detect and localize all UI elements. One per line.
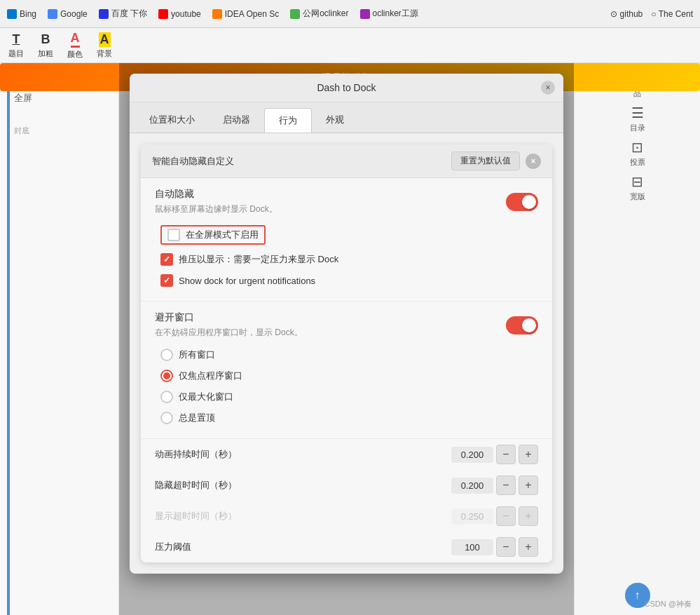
all-windows-radio-label: 所有窗口 xyxy=(179,349,215,361)
tab-position[interactable]: 位置和大小 xyxy=(135,108,209,133)
github-icon: ⊙ xyxy=(610,9,617,19)
hide-timeout-label: 隐藏超时时间（秒） xyxy=(155,479,237,492)
tab-public[interactable]: 公网oclinker xyxy=(290,8,348,20)
tab-behavior[interactable]: 行为 xyxy=(264,108,312,133)
color-icon: A xyxy=(71,31,80,48)
toc-icon: ☰ xyxy=(631,104,644,121)
youtube-favicon xyxy=(158,9,168,19)
toolbar-color-btn[interactable]: A 颜色 xyxy=(67,31,83,60)
animation-duration-row: 动画持续时间（秒） 0.200 − + xyxy=(141,439,552,470)
tab-github-label: github xyxy=(620,9,643,19)
heading-icon: T xyxy=(13,32,20,47)
toolbar-bg-btn[interactable]: A 背景 xyxy=(97,32,112,59)
tab-thecent-label: The Cent xyxy=(659,9,693,19)
avoid-toggle-knob xyxy=(522,318,536,332)
tab-google-label: Google xyxy=(60,9,88,19)
tab-idea[interactable]: IDEA Open Sc xyxy=(212,9,279,19)
tab-baidu-label: 百度 下你 xyxy=(111,8,147,20)
focused-radio-row: 仅焦点程序窗口 xyxy=(160,365,538,386)
auto-hide-desc: 鼠标移至屏幕边缘时显示 Dock。 xyxy=(155,203,277,215)
tab-bing[interactable]: Bing xyxy=(7,9,36,19)
urgent-checkbox[interactable] xyxy=(160,274,173,287)
avoid-windows-toggle[interactable] xyxy=(506,316,538,334)
scroll-top-icon: ↑ xyxy=(635,589,640,602)
pressure-checkbox[interactable] xyxy=(160,253,173,266)
urgent-checkbox-label: Show dock for urgent notifications xyxy=(179,276,315,286)
tab-oclinker[interactable]: oclinker工源 xyxy=(360,8,418,20)
all-windows-radio[interactable] xyxy=(160,349,173,361)
pressure-checkbox-row: 推压以显示：需要一定压力来显示 Dock xyxy=(160,249,538,270)
tab-appearance[interactable]: 外观 xyxy=(312,108,358,133)
left-sidebar: 202 全屏 封底 xyxy=(0,63,119,615)
csdn-footer: CSDN @神奏 xyxy=(645,599,692,609)
fullscreen-checkbox-label: 在全屏模式下启用 xyxy=(186,229,259,241)
tab-thecent[interactable]: ○ The Cent xyxy=(651,9,693,19)
tab-idea-label: IDEA Open Sc xyxy=(225,9,279,19)
fullscreen-checkbox[interactable] xyxy=(167,229,180,241)
tab-launcher[interactable]: 启动器 xyxy=(209,108,264,133)
main-area: 202 全屏 封底 Dash to Dock × 位置和大小 xyxy=(0,63,700,615)
tab-oclinker-label: oclinker工源 xyxy=(373,8,418,20)
animation-duration-value: 0.200 xyxy=(451,447,493,463)
urgent-checkbox-row: Show dock for urgent notifications xyxy=(160,270,538,291)
avoid-windows-section: 避开窗口 在不妨碍应用程序窗口时，显示 Dock。 所有窗口 xyxy=(141,302,552,439)
always-top-radio-label: 总是置顶 xyxy=(179,412,215,424)
toolbar-heading-btn[interactable]: T 题目 xyxy=(8,32,24,59)
always-top-radio[interactable] xyxy=(160,412,173,424)
pressure-threshold-control: 100 − + xyxy=(451,537,538,557)
fullscreen-checkbox-row: 在全屏模式下启用 xyxy=(160,221,538,249)
blue-line-decoration xyxy=(7,63,10,615)
auto-hide-toggle[interactable] xyxy=(506,193,538,211)
pressure-threshold-decrement[interactable]: − xyxy=(496,537,516,557)
tab-google[interactable]: Google xyxy=(48,9,88,19)
focused-radio[interactable] xyxy=(160,370,173,382)
hide-timeout-decrement[interactable]: − xyxy=(496,475,516,495)
tab-youtube-label: youtube xyxy=(171,9,201,19)
show-timeout-value: 0.250 xyxy=(451,508,493,525)
number-controls-section: 动画持续时间（秒） 0.200 − + 隐藏超时时间（秒） 0.200 − xyxy=(141,439,552,562)
tab-public-label: 公网oclinker xyxy=(303,8,348,20)
center-content: Dash to Dock × 位置和大小 启动器 行为 外观 xyxy=(119,63,574,615)
sidebar-item-toc[interactable]: ☰ 目录 xyxy=(630,104,645,133)
right-sidebar: 遇 呈祥 邀您一 ⊞ 品 ☰ 目录 ⊡ 投票 ⊟ 宽版 ↑ xyxy=(574,63,700,615)
maximized-radio[interactable] xyxy=(160,391,173,403)
pressure-threshold-label: 压力阈值 xyxy=(155,541,191,553)
show-timeout-increment: + xyxy=(519,506,538,526)
pressure-threshold-value: 100 xyxy=(451,539,493,555)
show-timeout-control: 0.250 − + xyxy=(451,506,538,526)
thecent-icon: ○ xyxy=(651,9,656,19)
hide-timeout-increment[interactable]: + xyxy=(519,475,538,495)
animation-duration-control: 0.200 − + xyxy=(451,445,538,464)
sidebar-item-wide[interactable]: ⊟ 宽版 xyxy=(630,173,645,202)
focused-radio-label: 仅焦点程序窗口 xyxy=(179,370,242,382)
idea-favicon xyxy=(212,9,222,19)
google-favicon xyxy=(48,9,57,19)
vote-icon: ⊡ xyxy=(631,139,643,156)
oclinker-favicon xyxy=(360,9,370,19)
sidebar-item-vote[interactable]: ⊡ 投票 xyxy=(630,139,645,168)
tab-baidu[interactable]: 百度 下你 xyxy=(99,8,147,20)
bing-favicon xyxy=(7,9,17,19)
animation-duration-decrement[interactable]: − xyxy=(496,445,516,464)
tab-github[interactable]: ⊙ github xyxy=(610,9,643,19)
dash-to-dock-dialog: Dash to Dock × 位置和大小 启动器 行为 外观 xyxy=(130,74,563,574)
pressure-threshold-row: 压力阈值 100 − + xyxy=(141,532,552,562)
show-timeout-decrement: − xyxy=(496,506,516,526)
fullscreen-highlight-border: 在全屏模式下启用 xyxy=(160,225,266,245)
csdn-footer-text: CSDN @神奏 xyxy=(645,600,692,608)
pressure-threshold-increment[interactable]: + xyxy=(519,537,538,557)
tab-bing-label: Bing xyxy=(20,9,36,19)
always-top-radio-row: 总是置顶 xyxy=(160,407,538,428)
toolbar-bold-btn[interactable]: B 加粗 xyxy=(38,32,53,59)
bold-icon: B xyxy=(41,32,50,47)
auto-hide-title: 自动隐藏 xyxy=(155,188,277,201)
bold-label: 加粗 xyxy=(38,48,53,59)
baidu-favicon xyxy=(99,9,109,19)
dash-dialog-close-button[interactable]: × xyxy=(541,81,555,95)
dash-dialog-title-text: Dash to Dock xyxy=(317,82,376,93)
animation-duration-increment[interactable]: + xyxy=(519,445,538,464)
reset-defaults-button[interactable]: 重置为默认值 xyxy=(451,151,520,170)
sub-dialog-close-button[interactable]: × xyxy=(526,154,541,169)
fullscreen-text: 全屏 xyxy=(14,93,32,103)
tab-youtube[interactable]: youtube xyxy=(158,9,201,19)
